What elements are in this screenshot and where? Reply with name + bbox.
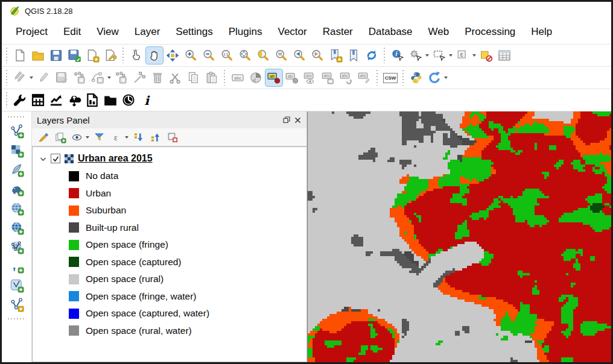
open-folder-button[interactable] <box>102 92 119 108</box>
cut-features-button[interactable] <box>167 69 184 86</box>
touch-zoom-pan-button[interactable] <box>128 47 145 64</box>
legend-item[interactable]: Urban <box>33 185 306 202</box>
legend-item[interactable]: Open space (captured) <box>33 254 306 271</box>
layer-diagram-options-button[interactable] <box>247 69 264 86</box>
add-postgis-layer-button[interactable] <box>8 181 25 198</box>
toolbar-grip[interactable] <box>375 70 380 86</box>
menu-item-settings[interactable]: Settings <box>168 24 220 40</box>
show-bookmarks-button[interactable] <box>345 47 362 64</box>
legend-item[interactable]: Built-up rural <box>33 219 306 237</box>
refresh-map-button[interactable] <box>363 47 380 64</box>
legend-item[interactable]: Open space (fringe, water) <box>33 288 306 306</box>
add-delimited-text-layer-button[interactable]: , <box>8 258 25 275</box>
move-feature-button[interactable] <box>113 69 130 86</box>
csw-metasearch-button[interactable]: CSW <box>382 69 399 86</box>
toolbar-grip[interactable] <box>383 48 387 63</box>
python-console-button[interactable] <box>408 69 425 86</box>
new-shapefile-layer-button[interactable] <box>8 297 25 313</box>
remove-layer-group-button[interactable] <box>165 130 180 145</box>
save-project-as-button[interactable] <box>66 47 83 64</box>
report-page-button[interactable] <box>84 92 101 108</box>
paste-features-button[interactable] <box>203 69 220 86</box>
menu-item-plugins[interactable]: Plugins <box>221 24 270 40</box>
add-group-button[interactable] <box>53 130 68 145</box>
add-vector-layer-button[interactable] <box>8 123 25 140</box>
menu-item-web[interactable]: Web <box>421 24 457 40</box>
zoom-next-button[interactable] <box>309 47 326 64</box>
plugin-info-button[interactable]: i <box>138 92 155 108</box>
select-by-expression-button[interactable]: ε <box>454 47 471 64</box>
expand-all-button[interactable] <box>132 130 146 145</box>
layer-row[interactable]: Urban area 2015 <box>33 149 306 168</box>
toolbar-grip[interactable] <box>401 70 405 86</box>
new-print-composer-button[interactable] <box>84 47 101 64</box>
transfer-data-button[interactable] <box>66 92 83 108</box>
time-globe-button[interactable] <box>120 92 137 108</box>
toolbar-grip[interactable] <box>8 317 26 321</box>
menu-item-vector[interactable]: Vector <box>270 24 315 40</box>
menu-item-help[interactable]: Help <box>523 24 560 40</box>
settings-wrench-button[interactable] <box>11 92 28 108</box>
zoom-out-button[interactable] <box>200 47 217 64</box>
toolbar-grip[interactable] <box>5 48 9 63</box>
toolbar-grip[interactable] <box>8 115 26 119</box>
rotate-label-button[interactable]: abc <box>338 69 355 86</box>
dropdown-arrow-icon[interactable] <box>30 77 33 79</box>
map-canvas[interactable] <box>308 111 611 362</box>
add-wms-layer-button[interactable] <box>8 219 25 236</box>
pan-to-selection-button[interactable] <box>164 47 181 64</box>
select-features-button[interactable] <box>431 47 448 64</box>
legend-item[interactable]: Suburban <box>33 202 306 219</box>
toolbar-grip[interactable] <box>223 70 227 86</box>
current-edits-button[interactable] <box>11 69 28 86</box>
filter-legend-by-expression-button[interactable]: ε <box>109 130 124 145</box>
save-layer-edits-button[interactable] <box>53 69 70 86</box>
layer-label[interactable]: Urban area 2015 <box>78 153 153 164</box>
manage-visibility-button[interactable] <box>70 130 84 145</box>
dropdown-arrow-icon[interactable] <box>472 54 476 57</box>
zoom-to-selection-button[interactable] <box>273 47 290 64</box>
add-raster-layer-button[interactable] <box>8 142 25 159</box>
pan-map-button[interactable] <box>146 47 163 64</box>
menu-item-layer[interactable]: Layer <box>127 24 168 40</box>
copy-features-button[interactable] <box>185 69 202 86</box>
processing-history-button[interactable] <box>426 69 443 86</box>
pin-unpin-labels-button[interactable]: ab <box>265 69 282 86</box>
layer-labeling-options-button[interactable]: abc <box>229 69 246 86</box>
show-hide-labels-button[interactable]: abc <box>302 69 319 86</box>
toolbar-grip[interactable] <box>121 48 125 63</box>
node-tool-button[interactable] <box>131 69 148 86</box>
zoom-in-button[interactable] <box>182 47 199 64</box>
menu-item-raster[interactable]: Raster <box>315 24 361 40</box>
save-project-button[interactable] <box>48 47 65 64</box>
add-mssql-layer-button[interactable] <box>8 200 25 217</box>
menu-item-edit[interactable]: Edit <box>56 24 89 40</box>
dropdown-arrow-icon[interactable] <box>107 77 111 79</box>
profile-chart-button[interactable] <box>48 92 65 108</box>
legend-item[interactable]: Open space (rural, water) <box>33 322 306 340</box>
add-circular-string-button[interactable] <box>89 69 106 86</box>
legend-item[interactable]: Open space (fringe) <box>33 236 306 254</box>
dropdown-arrow-icon[interactable] <box>125 136 129 139</box>
highlight-pinned-labels-button[interactable]: ab <box>284 69 300 86</box>
toggle-editing-button[interactable] <box>35 69 52 86</box>
new-bookmark-button[interactable] <box>327 47 344 64</box>
toolbar-grip[interactable] <box>5 92 9 108</box>
move-label-button[interactable]: abc <box>320 69 337 86</box>
identify-features-button[interactable]: i <box>389 47 406 64</box>
zoom-native-button[interactable]: 1:1 <box>218 47 235 64</box>
new-project-button[interactable] <box>11 47 28 64</box>
dropdown-arrow-icon[interactable] <box>425 54 429 57</box>
legend-item[interactable]: Open space (rural) <box>33 271 306 288</box>
panel-float-button[interactable] <box>281 115 292 125</box>
zoom-to-layer-button[interactable] <box>255 47 272 64</box>
change-label-button[interactable]: abc <box>356 69 373 86</box>
chevron-down-icon[interactable] <box>39 154 47 163</box>
add-virtual-layer-button[interactable] <box>8 277 25 294</box>
menu-item-project[interactable]: Project <box>8 24 56 40</box>
zoom-full-extent-button[interactable] <box>237 47 253 64</box>
panel-close-button[interactable] <box>292 115 303 125</box>
menu-item-view[interactable]: View <box>89 24 127 40</box>
delete-selected-button[interactable] <box>149 69 166 86</box>
open-project-button[interactable] <box>30 47 46 64</box>
